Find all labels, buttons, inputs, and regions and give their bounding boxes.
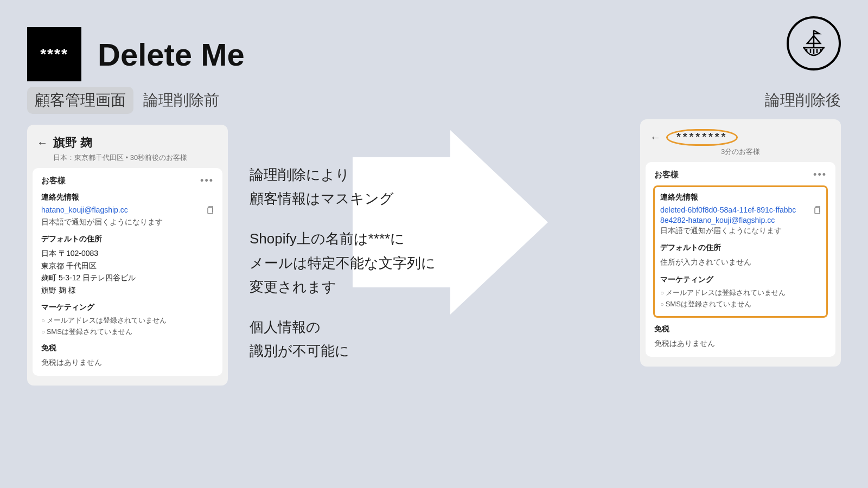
panel-header: ← ******** 3分のお客様 [640,127,841,162]
addr-line: 旗野 麹 様 [41,284,214,296]
svg-rect-2 [815,208,820,214]
description: 論理削除により顧客情報はマスキング Shopify上の名前は****にメールは特… [250,163,499,363]
copy-icon[interactable] [206,206,214,216]
header: **** Delete Me [0,0,868,87]
card-title: お客様 [41,176,66,186]
marketing-item: メールアドレスは登録されていません [41,316,214,325]
page-title: Delete Me [98,36,245,73]
panel-header: ← 旗野 麹 日本：東京都千代田区 • 30秒前後のお客様 [27,132,228,168]
email-link[interactable]: deleted-6bf0f8d0-58a4-11ef-891c-ffabbc [660,206,796,214]
before-panel: ← 旗野 麹 日本：東京都千代田区 • 30秒前後のお客様 お客様 ••• 連絡… [27,125,228,386]
masked-info-highlight: 連絡先情報 deleted-6bf0f8d0-58a4-11ef-891c-ff… [653,185,828,318]
email-note: 日本語で通知が届くようになります [41,216,214,228]
tax-text: 免税はありません [654,337,827,349]
before-label: 論理削除前 [143,90,219,111]
addr-line: 麹町 5-3-12 日テレ四谷ビル [41,272,214,284]
contact-label: 連絡先情報 [660,192,821,202]
customer-sub: 3分のお客様 [650,147,831,157]
customer-card: お客様 ••• 連絡先情報 hatano_kouji@flagship.cc 日… [33,168,222,376]
marketing-item: SMSは登録されていません [41,327,214,337]
address-label: デフォルトの住所 [41,234,214,244]
customer-sub: 日本：東京都千代田区 • 30秒前後のお客様 [37,153,218,163]
copy-icon[interactable] [813,206,821,216]
email-link[interactable]: hatano_kouji@flagship.cc [41,206,128,214]
customer-name: 旗野 麹 [53,134,92,151]
screen-badge: 顧客管理画面 [27,87,133,114]
back-arrow-icon[interactable]: ← [37,137,48,149]
more-icon[interactable]: ••• [200,178,214,183]
svg-rect-0 [208,208,213,214]
marketing-label: マーケティング [41,303,214,312]
ship-icon [787,16,841,70]
logo-text: **** [40,46,68,63]
email-link-line2[interactable]: 8e4282-hatano_kouji@flagship.cc [660,216,821,224]
back-arrow-icon[interactable]: ← [650,131,661,144]
marketing-item: メールアドレスは登録されていません [660,288,821,298]
tax-label: 免税 [654,324,827,334]
contact-label: 連絡先情報 [41,192,214,202]
after-panel: ← ******** 3分のお客様 お客様 ••• 連絡先情報 deleted-… [640,119,841,367]
email-note: 日本語で通知が届くようになります [660,224,821,236]
tax-text: 免税はありません [41,356,214,368]
card-title: お客様 [654,170,679,180]
marketing-item: SMSは登録されていません [660,299,821,309]
customer-name-masked: ******** [676,131,727,143]
address-label: デフォルトの住所 [660,243,821,253]
marketing-label: マーケティング [660,275,821,285]
addr-line: 日本 〒102-0083 [41,247,214,259]
customer-card: お客様 ••• 連絡先情報 deleted-6bf0f8d0-58a4-11ef… [646,162,835,357]
addr-line: 東京都 千代田区 [41,260,214,272]
center-column: 論理削除により顧客情報はマスキング Shopify上の名前は****にメールは特… [228,125,510,386]
masked-name-highlight: ******** [666,129,738,146]
more-icon[interactable]: ••• [813,172,827,177]
addr-text: 住所が入力されていません [660,256,821,268]
after-label: 論理削除後 [765,90,841,111]
app-logo: **** [27,27,81,81]
tax-label: 免税 [41,343,214,353]
